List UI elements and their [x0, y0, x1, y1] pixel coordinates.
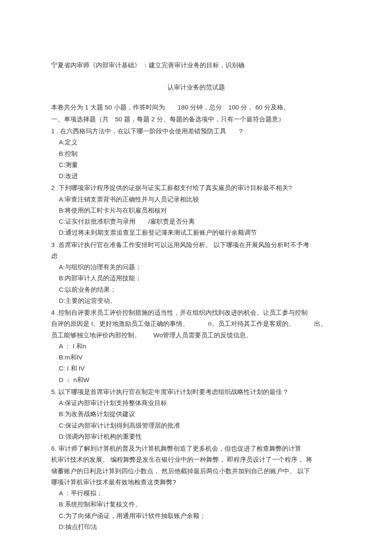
question-4-stem-line1: 4 .控制自评要求员工评价控制措施的适当性，并在组织内找到改进的机会。让员工参与… — [51, 307, 341, 318]
question-6-stem-line1: 6. 审计师了解到计算机的普及为计算机舞弊创造了更多机会，但也促进了检查舞弊的计… — [51, 443, 341, 454]
question-5-option-d: D:强调内部审计机构的重要性 — [51, 431, 341, 442]
question-3-option-b: B:内部审计人员的适用技能； — [51, 273, 341, 284]
question-4-option-c: C: I 和 IV — [51, 363, 341, 374]
question-1-stem: 1 . 在六西格玛方法中，在以下哪一阶段中会使用差错预防工具 ? — [51, 126, 341, 137]
section-header: 一、单项选择题（共 50 题，每题 2 分。每题的备选项中，只有一个最符合题意） — [51, 114, 341, 125]
question-3-stem-line1: 3 .首席审计执行官在准备工作安排时可以运用风险分析。 以下哪项在开展风险分析时… — [51, 239, 341, 250]
question-6-option-c: C:为了向储户函证，用通用审计软件抽取账户余额； — [51, 510, 341, 521]
question-5-option-a: A:保证内部审计计划支持整体商业目标 — [51, 397, 341, 408]
question-6-stem-line4: 哪项计算机审计技术最有效地检查这类舞弊? — [51, 477, 341, 488]
document-title-line2: 认审计业务的范试题 — [51, 82, 341, 93]
question-3-option-a: A:与组织的治理有关的问题； — [51, 262, 341, 273]
question-2-option-a: A:审查注销支票背书的正确性并与人员记录相比较 — [51, 194, 341, 205]
question-2-option-b: B:将使用的工时卡片与在职雇员相核对 — [51, 205, 341, 216]
question-3-option-d: D:主要的运营变动。 — [51, 295, 341, 306]
document-page: 宁夏省内审师《内部审计基础》 ：建立完善审计业务的目标，识别确 认审计业务的范试… — [0, 0, 392, 555]
question-1-option-d: D:改进 — [51, 170, 341, 181]
question-3-stem-line2: 虑 — [51, 250, 341, 262]
question-4-option-a: A ： I 和n — [51, 341, 341, 352]
question-6-option-d: D:抽点打印法 — [51, 521, 341, 532]
question-2-option-c: C:证实付款批准职责与录用 /雇职责是否分离 — [51, 216, 341, 227]
question-6-option-a: A ：平行模拟； — [51, 488, 341, 499]
question-4-stem-line3: 员工能够独立地评价内部控制。 Wo管理人员需要员工的反馈信息。 — [51, 330, 341, 341]
question-1-option-a: A:定义 — [51, 137, 341, 148]
question-1-option-c: C:测量 — [51, 159, 341, 170]
document-title-line1: 宁夏省内审师《内部审计基础》 ：建立完善审计业务的目标，识别确 — [51, 60, 341, 71]
question-4-option-b: B:m和IV — [51, 352, 341, 363]
question-6-stem-line3: 储蓄账户的日利息计算到四位小数点， 然后他截掉最后两位小数并加到自己的账户中。 … — [51, 466, 341, 477]
question-6-stem-line2: 机审计技术的发展。 编程舞弊是发生在银行业中的一种舞弊， 即程序员设计了一个程序… — [51, 454, 341, 465]
question-5-option-b: B:为改善战略计划提供建议 — [51, 408, 341, 420]
question-1-option-b: B:控制 — [51, 148, 341, 159]
question-4-option-d: D ： n和W — [51, 374, 341, 385]
question-2-stem: 2 .下列哪项审计程序提供的证据与证实工薪都支付给了真实雇员的审计目标最不相关? — [51, 182, 341, 193]
question-5-stem: 5. 以下哪项是首席审计执行官在制定年度审计计划时要考虑组织战略性计划的最佳 ? — [51, 386, 341, 397]
question-5-option-c: C:保证内部审计计划得到高级管理层的批准 — [51, 420, 341, 431]
question-3-option-c: C:以前业务的结果； — [51, 284, 341, 295]
question-6-option-b: B:系统控制和审计复核文件。 — [51, 499, 341, 510]
question-2-option-d: D:通过将未到期支票追查至工薪登记薄来测试工薪账户的银行余额调节 — [51, 227, 341, 238]
exam-intro: 本卷共分为 1 大题 50 小题，作答时间为 180 分钟，总分 100 分， … — [51, 102, 341, 113]
question-4-stem-line2: 自评的原因是 I。更好地激励员工做正确的事情。 n。员工对待其工作是客观的。 出… — [51, 318, 341, 329]
